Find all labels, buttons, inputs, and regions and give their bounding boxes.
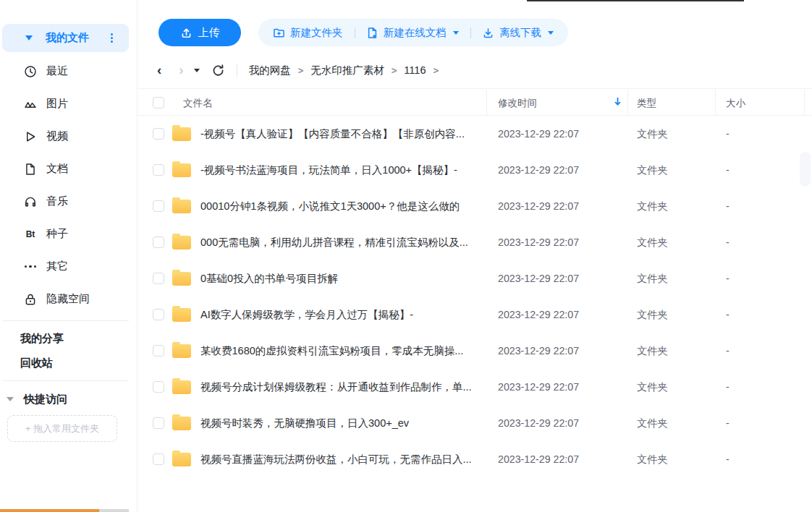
- file-modified-time: 2023-12-29 22:07: [498, 128, 627, 140]
- file-name[interactable]: 视频号直播蓝海玩法两份收益，小白可玩，无需作品日入...: [200, 453, 472, 466]
- file-name[interactable]: 视频号分成计划保姆级教程：从开通收益到作品制作，单...: [200, 380, 472, 394]
- file-row[interactable]: 某收费1680的虚拟资料引流宝妈粉项目，零成本无脑操... 2023-12-29…: [138, 333, 812, 369]
- row-checkbox[interactable]: [153, 200, 164, 212]
- sidebar-item-videos[interactable]: 视频: [0, 120, 138, 153]
- file-name[interactable]: 视频号时装秀，无脑硬撸项目，日入300+_ev: [200, 417, 409, 430]
- row-checkbox[interactable]: [153, 128, 164, 140]
- new-folder-button[interactable]: 新建文件夹: [273, 26, 343, 40]
- breadcrumb-separator: >: [298, 65, 304, 76]
- file-size: -: [715, 200, 812, 212]
- row-checkbox[interactable]: [153, 453, 164, 465]
- sidebar-root-label: 我的文件: [46, 31, 111, 45]
- file-row[interactable]: 0基础0投入的书单号项目拆解 2023-12-29 22:07 文件夹 -: [138, 260, 812, 296]
- clock-icon: [24, 65, 37, 78]
- breadcrumb-item-current[interactable]: 1116: [404, 64, 426, 76]
- row-checkbox[interactable]: [153, 164, 164, 176]
- sidebar-item-label: 文档: [46, 162, 68, 176]
- sidebar-category-list: 最近 图片 视频 文档: [0, 55, 138, 412]
- file-type: 文件夹: [627, 453, 715, 466]
- sidebar-item-recycle-bin[interactable]: 回收站: [0, 351, 138, 375]
- file-row[interactable]: 视频号时装秀，无脑硬撸项目，日入300+_ev 2023-12-29 22:07…: [138, 405, 812, 441]
- sidebar-section-quick-access[interactable]: 快捷访问: [0, 386, 138, 412]
- new-online-doc-label: 新建在线文档: [384, 26, 447, 40]
- sidebar-item-my-files[interactable]: 我的文件: [2, 24, 129, 52]
- sidebar-item-recent[interactable]: 最近: [0, 55, 138, 88]
- offline-download-button[interactable]: 离线下载: [482, 26, 554, 40]
- lock-icon: [24, 293, 37, 306]
- file-row[interactable]: 视频号分成计划保姆级教程：从开通收益到作品制作，单... 2023-12-29 …: [138, 369, 812, 405]
- file-row[interactable]: -视频号【真人验证】【内容质量不合格】【非原创内容... 2023-12-29 …: [138, 116, 812, 152]
- column-divider: [804, 90, 805, 115]
- column-header-type[interactable]: 类型: [637, 97, 656, 110]
- row-checkbox[interactable]: [153, 417, 164, 429]
- row-checkbox[interactable]: [153, 381, 164, 393]
- sort-desc-icon[interactable]: [612, 96, 623, 109]
- column-header-modified[interactable]: 修改时间: [498, 97, 537, 110]
- back-button[interactable]: ‹: [157, 62, 161, 78]
- sidebar-item-label: 视频: [46, 129, 68, 143]
- file-name[interactable]: 00010分钟1条视频，小说推文1天3000+？他是这么做的: [200, 200, 460, 213]
- row-checkbox[interactable]: [153, 273, 164, 284]
- sidebar-item-images[interactable]: 图片: [0, 88, 138, 120]
- file-size: -: [715, 128, 812, 140]
- file-modified-time: 2023-12-29 22:07: [498, 309, 627, 320]
- upload-button[interactable]: 上传: [158, 19, 241, 46]
- video-icon: [24, 130, 37, 143]
- breadcrumb-item-root[interactable]: 我的网盘: [249, 64, 291, 77]
- divider: [237, 64, 237, 77]
- forward-button[interactable]: ›: [179, 62, 183, 78]
- file-row[interactable]: 000无需电脑，利用幼儿拼音课程，精准引流宝妈粉以及... 2023-12-29…: [138, 224, 812, 260]
- chevron-down-icon[interactable]: [7, 397, 14, 401]
- breadcrumb-dropdown-icon[interactable]: >: [433, 65, 439, 76]
- column-header-size[interactable]: 大小: [726, 97, 745, 110]
- file-name[interactable]: 0基础0投入的书单号项目拆解: [200, 272, 338, 286]
- new-folder-icon: [273, 27, 285, 39]
- sidebar-item-music[interactable]: 音乐: [0, 185, 138, 218]
- quick-access-label: 快捷访问: [24, 393, 67, 406]
- row-checkbox[interactable]: [153, 345, 164, 357]
- file-name[interactable]: 000无需电脑，利用幼儿拼音课程，精准引流宝妈粉以及...: [200, 236, 468, 249]
- history-dropdown-icon[interactable]: [194, 69, 200, 72]
- file-row[interactable]: -视频号书法蓝海项目，玩法简单，日入1000+【揭秘】- 2023-12-29 …: [138, 152, 812, 188]
- refresh-button[interactable]: [211, 64, 225, 77]
- file-type: 文件夹: [627, 380, 715, 394]
- favorite-folder-dropzone[interactable]: + 拖入常用文件夹: [7, 415, 117, 442]
- folder-icon: [172, 344, 191, 358]
- column-header-name[interactable]: 文件名: [183, 97, 213, 110]
- file-type: 文件夹: [627, 308, 715, 322]
- window-edge-artifact: [527, 0, 744, 1]
- file-modified-time: 2023-12-29 22:07: [498, 200, 627, 212]
- file-row[interactable]: 00010分钟1条视频，小说推文1天3000+？他是这么做的 2023-12-2…: [138, 188, 812, 224]
- sidebar-item-documents[interactable]: 文档: [0, 153, 138, 185]
- file-size: -: [715, 309, 812, 320]
- download-icon: [482, 27, 494, 39]
- file-modified-time: 2023-12-29 22:07: [498, 417, 627, 429]
- sidebar-item-others[interactable]: 其它: [0, 250, 138, 283]
- file-modified-time: 2023-12-29 22:07: [498, 453, 627, 465]
- file-name[interactable]: 某收费1680的虚拟资料引流宝妈粉项目，零成本无脑操...: [200, 344, 463, 358]
- file-name[interactable]: AI数字人保姆级教学，学会月入过万【揭秘】-: [200, 308, 413, 322]
- file-row[interactable]: AI数字人保姆级教学，学会月入过万【揭秘】- 2023-12-29 22:07 …: [138, 296, 812, 333]
- breadcrumb-item[interactable]: 无水印推广素材: [310, 64, 384, 77]
- file-size: -: [715, 417, 812, 429]
- more-options-icon[interactable]: [111, 33, 113, 43]
- new-online-doc-button[interactable]: 新建在线文档: [366, 26, 459, 40]
- sidebar-item-hidden-space[interactable]: 隐藏空间: [0, 283, 138, 315]
- file-row[interactable]: 视频号直播蓝海玩法两份收益，小白可玩，无需作品日入... 2023-12-29 …: [138, 441, 812, 477]
- offline-download-label: 离线下载: [499, 26, 541, 40]
- sidebar-item-label: 其它: [46, 260, 68, 273]
- toolbar-actions: 新建文件夹 新建在线文档 离线下载: [258, 19, 568, 46]
- sidebar-item-torrents[interactable]: Bt 种子: [0, 218, 138, 250]
- select-all-checkbox[interactable]: [153, 97, 164, 108]
- file-name[interactable]: -视频号书法蓝海项目，玩法简单，日入1000+【揭秘】-: [200, 163, 457, 177]
- file-size: -: [715, 453, 812, 465]
- file-name[interactable]: -视频号【真人验证】【内容质量不合格】【非原创内容...: [200, 127, 465, 141]
- row-checkbox[interactable]: [153, 236, 164, 248]
- chevron-down-icon[interactable]: [25, 35, 33, 40]
- sidebar-item-my-shares[interactable]: 我的分享: [0, 326, 138, 351]
- row-checkbox[interactable]: [153, 309, 164, 320]
- sidebar-item-label: 图片: [46, 97, 68, 111]
- scrollbar-thumb[interactable]: [800, 152, 811, 187]
- storage-usage-bar: [0, 509, 129, 512]
- image-icon: [24, 98, 37, 111]
